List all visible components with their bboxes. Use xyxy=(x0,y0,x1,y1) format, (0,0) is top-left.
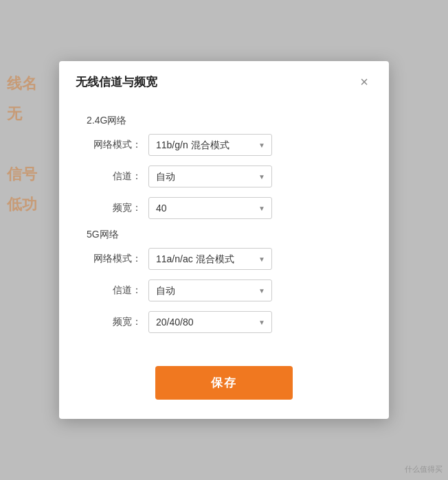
form-row-channel-5g: 信道： 自动 36404448 52566064 149153157161165 xyxy=(87,279,361,301)
label-mode-5g: 网络模式： xyxy=(87,253,142,265)
select-channel-2g[interactable]: 自动 1234 5678 910111213 xyxy=(148,165,272,187)
label-channel-2g: 信道： xyxy=(87,170,142,183)
select-channel-5g[interactable]: 自动 36404448 52566064 149153157161165 xyxy=(148,279,272,301)
select-wrapper-mode-2g: 11b/g/n 混合模式 11b/g 混合模式 11b模式 11g模式 11n模… xyxy=(148,134,272,156)
select-wrapper-channel-2g: 自动 1234 5678 910111213 xyxy=(148,165,272,187)
select-bandwidth-2g[interactable]: 40 20 20/40 xyxy=(148,197,272,219)
select-bandwidth-5g[interactable]: 20/40/80 20 40 80 xyxy=(148,311,272,333)
form-row-mode-2g: 网络模式： 11b/g/n 混合模式 11b/g 混合模式 11b模式 11g模… xyxy=(87,134,361,156)
select-mode-2g[interactable]: 11b/g/n 混合模式 11b/g 混合模式 11b模式 11g模式 11n模… xyxy=(148,134,272,156)
section-2g-title: 2.4G网络 xyxy=(87,115,361,127)
dialog-body: 2.4G网络 网络模式： 11b/g/n 混合模式 11b/g 混合模式 11b… xyxy=(59,98,389,359)
select-wrapper-mode-5g: 11a/n/ac 混合模式 11a模式 11n模式 11ac模式 xyxy=(148,248,272,270)
save-button[interactable]: 保存 xyxy=(155,366,293,400)
modal-overlay: 无线信道与频宽 × 2.4G网络 网络模式： 11b/g/n 混合模式 11b/… xyxy=(0,0,448,480)
select-wrapper-bandwidth-5g: 20/40/80 20 40 80 xyxy=(148,311,272,333)
dialog-footer: 保存 xyxy=(59,359,389,419)
select-wrapper-channel-5g: 自动 36404448 52566064 149153157161165 xyxy=(148,279,272,301)
label-bandwidth-5g: 频宽： xyxy=(87,316,142,328)
label-mode-2g: 网络模式： xyxy=(87,139,142,151)
close-button[interactable]: × xyxy=(356,73,372,90)
form-row-bandwidth-5g: 频宽： 20/40/80 20 40 80 xyxy=(87,311,361,333)
dialog: 无线信道与频宽 × 2.4G网络 网络模式： 11b/g/n 混合模式 11b/… xyxy=(59,61,389,419)
select-mode-5g[interactable]: 11a/n/ac 混合模式 11a模式 11n模式 11ac模式 xyxy=(148,248,272,270)
dialog-title: 无线信道与频宽 xyxy=(76,74,157,90)
form-row-bandwidth-2g: 频宽： 40 20 20/40 xyxy=(87,197,361,219)
select-wrapper-bandwidth-2g: 40 20 20/40 xyxy=(148,197,272,219)
label-bandwidth-2g: 频宽： xyxy=(87,202,142,214)
form-row-mode-5g: 网络模式： 11a/n/ac 混合模式 11a模式 11n模式 11ac模式 xyxy=(87,248,361,270)
dialog-header: 无线信道与频宽 × xyxy=(59,61,389,98)
section-5g-title: 5G网络 xyxy=(87,229,361,241)
form-row-channel-2g: 信道： 自动 1234 5678 910111213 xyxy=(87,165,361,187)
label-channel-5g: 信道： xyxy=(87,284,142,297)
